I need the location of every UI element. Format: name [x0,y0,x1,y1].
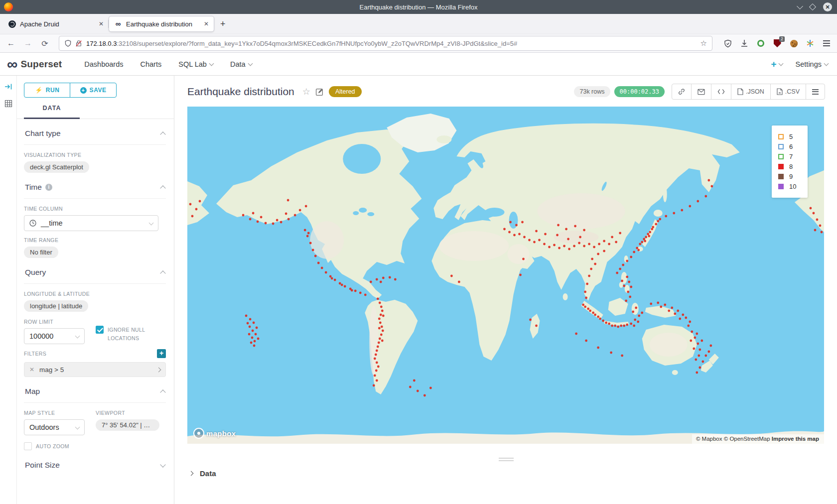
chevron-up-icon [160,270,165,276]
back-button[interactable]: ← [6,39,16,48]
chevron-down-icon [209,61,214,66]
nav-data[interactable]: Data [230,60,252,68]
nav-dashboards[interactable]: Dashboards [84,60,123,68]
section-map[interactable]: Map [24,377,166,402]
attribution-mapbox-link[interactable]: © Mapbox [696,436,722,442]
ignore-null-checkbox[interactable] [96,326,104,334]
lonlat-value[interactable]: longitude | latitude [24,300,88,312]
url-text: 172.18.0.3:32108/superset/explore/?form_… [86,40,697,47]
info-icon: i [45,184,52,191]
forward-button[interactable]: → [23,39,33,48]
section-point-size[interactable]: Point Size [24,451,166,476]
legend-item[interactable]: 9 [778,173,801,180]
chevron-down-icon [75,333,80,338]
druid-favicon-icon [8,20,16,28]
bookmark-star-icon[interactable]: ☆ [700,39,707,48]
chevron-up-icon [160,185,165,191]
export-csv-button[interactable]: .CSV [770,84,806,99]
filter-chip[interactable]: ✕ mag > 5 [24,362,166,377]
extension-green-icon[interactable] [756,39,765,48]
browser-tab-strip: Apache Druid ✕ ∞ Earthquake distribution… [0,14,837,34]
map-style-select[interactable]: Outdoors [24,419,85,435]
superset-navbar: ∞ Superset Dashboards Charts SQL Lab Dat… [0,53,837,76]
legend-swatch-icon [778,134,784,139]
lonlat-label: LONGITUDE & LATITUDE [24,291,166,297]
viz-type-value[interactable]: deck.gl Scatterplot [24,161,89,173]
legend-swatch-icon [778,154,784,159]
superset-logo[interactable]: ∞ Superset [7,58,62,71]
viewport-value[interactable]: 7° 35' 54.02" | 31... [96,419,159,431]
insecure-lock-icon[interactable] [75,39,82,47]
tab-data[interactable]: DATA [24,105,80,119]
save-button[interactable]: +SAVE [70,83,117,98]
protections-shield-icon[interactable] [723,39,732,48]
ublock-shield-icon[interactable]: 2 [773,39,782,48]
downloads-icon[interactable] [740,39,749,48]
edit-properties-icon[interactable] [315,88,324,96]
time-column-label: TIME COLUMN [24,206,166,212]
window-maximize-icon[interactable] [809,3,816,10]
legend-item[interactable]: 8 [778,163,801,170]
shield-permissions-icon[interactable] [64,39,72,47]
share-link-button[interactable] [672,84,691,99]
firefox-icon [4,2,13,11]
run-button[interactable]: ⚡RUN [24,83,71,98]
map-style-label: MAP STYLE [24,410,85,416]
legend-swatch-icon [778,184,784,189]
chart-container: Earthquake distribution ☆ Altered 73k ro… [174,76,837,504]
nav-charts[interactable]: Charts [140,60,162,68]
section-chart-type[interactable]: Chart type [24,119,166,144]
auto-zoom-checkbox[interactable] [24,442,32,450]
improve-map-link[interactable]: Improve this map [772,436,819,442]
auto-zoom-label: AUTO ZOOM [36,442,69,451]
window-close-button[interactable]: ✕ [823,2,832,11]
cookie-extension-icon[interactable] [789,39,798,48]
section-time[interactable]: Timei [24,173,166,198]
time-range-value[interactable]: No filter [24,247,58,258]
window-shade-icon[interactable] [797,3,803,9]
window-titlebar: Earthquake distribution — Mozilla Firefo… [0,0,837,14]
legend-item[interactable]: 10 [778,183,801,190]
tab-close-icon[interactable]: ✕ [204,20,209,27]
embed-code-button[interactable] [711,84,731,99]
dataset-grid-icon[interactable] [4,100,12,108]
data-collapse-panel[interactable]: Data [187,469,825,478]
legend-item[interactable]: 7 [778,153,801,160]
nav-sql-lab[interactable]: SQL Lab [178,60,213,68]
export-json-button[interactable]: .JSON [731,84,770,99]
legend-item[interactable]: 5 [778,133,801,140]
panel-resize-handle[interactable] [499,458,514,461]
chevron-down-icon [149,220,154,225]
chevron-down-icon [778,61,783,66]
menu-icon[interactable] [822,39,831,48]
new-tab-button[interactable]: + [220,19,226,29]
tab-apache-druid[interactable]: Apache Druid ✕ [3,16,109,32]
asterisk-extension-icon[interactable] [806,39,815,48]
add-filter-button[interactable]: + [157,349,166,358]
legend-label: 8 [789,163,793,170]
mapbox-logo[interactable]: mapbox [193,428,236,439]
legend-label: 7 [789,153,793,160]
favorite-star-icon[interactable]: ☆ [302,86,310,97]
tab-close-icon[interactable]: ✕ [99,20,104,27]
row-limit-select[interactable]: 100000 [24,328,85,344]
chart-menu-button[interactable] [806,84,825,99]
legend-item[interactable]: 6 [778,143,801,150]
reload-button[interactable]: ⟳ [40,39,50,48]
settings-menu[interactable]: Settings [796,60,828,68]
deckgl-scatter-map[interactable]: 5678910 mapbox © Mapbox © OpenStreetMap … [187,107,824,444]
tab-earthquake-distribution[interactable]: ∞ Earthquake distribution ✕ [109,16,214,32]
remove-filter-icon[interactable]: ✕ [29,366,34,373]
expand-panel-icon[interactable] [4,83,12,91]
new-item-button[interactable]: + [771,59,782,70]
altered-badge[interactable]: Altered [329,86,362,97]
chevron-down-icon [75,424,80,429]
section-query[interactable]: Query [24,258,166,283]
attribution-osm-link[interactable]: © OpenStreetMap [724,436,770,442]
clock-icon [29,220,36,227]
control-panel: ⚡RUN +SAVE DATA Chart type VISUALIZATION… [17,76,174,504]
time-column-select[interactable]: __time [24,215,158,231]
chevron-up-icon [160,389,165,395]
email-button[interactable] [691,84,711,99]
url-input[interactable]: 172.18.0.3:32108/superset/explore/?form_… [59,36,712,51]
